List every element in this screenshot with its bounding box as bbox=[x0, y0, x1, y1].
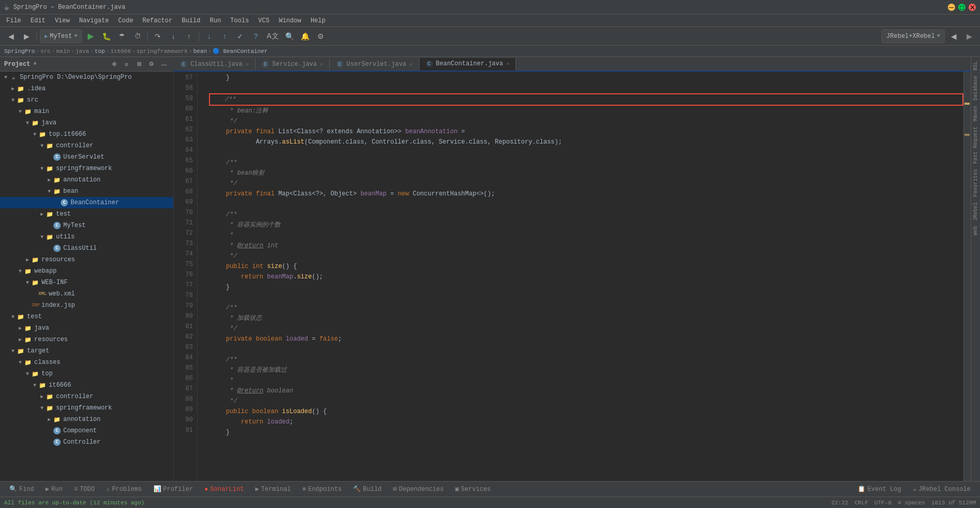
tree-item-controller[interactable]: CController bbox=[0, 436, 173, 448]
tab-close-service[interactable]: ✕ bbox=[320, 61, 323, 67]
tab-close-beancontainer[interactable]: ✕ bbox=[506, 61, 509, 67]
tab-close-classutil[interactable]: ✕ bbox=[246, 61, 249, 67]
tree-item-webapp[interactable]: ▼📁webapp bbox=[0, 265, 173, 277]
side-label-jrebel[interactable]: JRebel bbox=[972, 200, 979, 223]
status-line-ending[interactable]: CRLF bbox=[855, 500, 868, 506]
tab-classutil[interactable]: C ClassUtil.java ✕ bbox=[174, 58, 256, 70]
profile-button[interactable]: ⏱ bbox=[131, 30, 144, 43]
tab-endpoints[interactable]: ⊕Endpoints bbox=[297, 483, 347, 496]
tab-run[interactable]: ▶Run bbox=[40, 483, 68, 496]
run-config-selector[interactable]: ▶ MyTest ▼ bbox=[40, 30, 82, 43]
close-button[interactable]: ✕ bbox=[969, 4, 976, 11]
sidebar-expand[interactable]: ⊞ bbox=[134, 59, 144, 69]
jrebel-selector[interactable]: JRebel+XRebel ▼ bbox=[881, 30, 945, 43]
back-button[interactable]: ◀ bbox=[4, 30, 18, 43]
tab-jrebel-console[interactable]: ☕JRebel Console bbox=[907, 483, 976, 496]
sidebar-add[interactable]: ⊕ bbox=[109, 59, 119, 69]
side-label-database[interactable]: Database bbox=[972, 74, 979, 103]
notifications[interactable]: 🔔 bbox=[299, 30, 312, 43]
tree-item-mytest[interactable]: CMyTest bbox=[0, 220, 173, 231]
git-commit[interactable]: ✓ bbox=[233, 30, 247, 43]
tree-item-controller[interactable]: ▶📁controller bbox=[0, 391, 173, 402]
menu-build[interactable]: Build bbox=[177, 16, 204, 25]
tree-item-web-xml[interactable]: XMLweb.xml bbox=[0, 288, 173, 300]
menu-help[interactable]: Help bbox=[306, 16, 330, 25]
status-indent[interactable]: 4 spaces bbox=[898, 500, 925, 506]
help-button[interactable]: ? bbox=[249, 30, 262, 43]
status-encoding[interactable]: UTF-8 bbox=[874, 500, 891, 506]
tab-todo[interactable]: ≡TODO bbox=[69, 483, 100, 496]
breadcrumb-main[interactable]: main bbox=[56, 48, 69, 54]
tree-item-utils[interactable]: ▼📁utils bbox=[0, 231, 173, 243]
breadcrumb-it6666[interactable]: it6666 bbox=[110, 48, 131, 54]
sidebar-collapse[interactable]: ≡ bbox=[121, 59, 132, 69]
tree-item-beancontainer[interactable]: CBeanContainer bbox=[0, 197, 173, 208]
sidebar-close[interactable]: — bbox=[159, 59, 169, 69]
tree-item-component[interactable]: CComponent bbox=[0, 425, 173, 436]
tree-item-index-jsp[interactable]: JSPindex.jsp bbox=[0, 300, 173, 311]
breadcrumb-bean[interactable]: bean bbox=[193, 48, 207, 54]
tree-item-springpro[interactable]: ▼☕SpringPro D:\Develop\SpringPro bbox=[0, 72, 173, 83]
tab-sonarlint[interactable]: ●SonarLint bbox=[199, 483, 249, 496]
tree-item-target[interactable]: ▼📁target bbox=[0, 345, 173, 357]
tab-profiler[interactable]: 📊Profiler bbox=[148, 483, 199, 496]
tab-service[interactable]: C Service.java ✕ bbox=[256, 58, 330, 70]
tab-find[interactable]: 🔍Find bbox=[4, 483, 39, 496]
side-label-bsl[interactable]: BSL bbox=[972, 59, 979, 73]
tree-item-top[interactable]: ▼📁top bbox=[0, 368, 173, 379]
tree-item-it6666[interactable]: ▼📁it6666 bbox=[0, 379, 173, 391]
breadcrumb-java[interactable]: java bbox=[75, 48, 89, 54]
tree-item-java[interactable]: ▶📁java bbox=[0, 322, 173, 334]
jrebel-next[interactable]: ▶ bbox=[962, 30, 976, 43]
tree-item-test[interactable]: ▶📁test bbox=[0, 208, 173, 220]
tree-item-annotation[interactable]: ▶📁annotation bbox=[0, 414, 173, 425]
tab-event-log[interactable]: 📋Event Log bbox=[852, 483, 906, 496]
tab-terminal[interactable]: ▶Terminal bbox=[250, 483, 296, 496]
settings-button[interactable]: ⚙ bbox=[314, 30, 328, 43]
tree-item-top-it6666[interactable]: ▼📁top.it6666 bbox=[0, 129, 173, 140]
menu-edit[interactable]: Edit bbox=[26, 16, 50, 25]
tree-item-controller[interactable]: ▼📁controller bbox=[0, 140, 173, 151]
coverage-button[interactable]: ☂ bbox=[115, 30, 129, 43]
tree-item-web-inf[interactable]: ▼📁WEB-INF bbox=[0, 277, 173, 288]
code-content[interactable]: } /** * bean:注释 */ private final List<Cl… bbox=[205, 72, 963, 481]
minimize-button[interactable]: ─ bbox=[948, 4, 955, 11]
tree-item--idea[interactable]: ▶📁.idea bbox=[0, 83, 173, 94]
menu-navigate[interactable]: Navigate bbox=[75, 16, 113, 25]
tree-item-resources[interactable]: ▶📁resources bbox=[0, 254, 173, 265]
tab-close-userservlet[interactable]: ✕ bbox=[410, 61, 413, 67]
step-out[interactable]: ↑ bbox=[182, 30, 195, 43]
tree-item-classutil[interactable]: CClassUtil bbox=[0, 243, 173, 254]
side-label-maven[interactable]: Maven bbox=[972, 104, 979, 123]
git-update[interactable]: ↓ bbox=[202, 30, 216, 43]
menu-refactor[interactable]: Refactor bbox=[138, 16, 177, 25]
status-memory[interactable]: 1813 of 5120M bbox=[931, 500, 976, 506]
tree-item-main[interactable]: ▼📁main bbox=[0, 106, 173, 117]
menu-tools[interactable]: Tools bbox=[226, 16, 253, 25]
tree-item-bean[interactable]: ▼📁bean bbox=[0, 186, 173, 197]
jrebel-prev[interactable]: ◀ bbox=[947, 30, 960, 43]
code-editor[interactable]: 5758596061626364656667686970717273747576… bbox=[174, 72, 971, 481]
menu-vcs[interactable]: VCS bbox=[254, 16, 274, 25]
tree-item-springframework[interactable]: ▼📁springframework bbox=[0, 163, 173, 174]
tree-item-java[interactable]: ▼📁java bbox=[0, 117, 173, 129]
search-everywhere[interactable]: 🔍 bbox=[283, 30, 297, 43]
breadcrumb-top[interactable]: top bbox=[94, 48, 105, 54]
menu-code[interactable]: Code bbox=[114, 16, 137, 25]
translate-button[interactable]: A文 bbox=[264, 30, 281, 43]
step-into[interactable]: ↓ bbox=[166, 30, 180, 43]
tree-item-src[interactable]: ▼📁src bbox=[0, 94, 173, 106]
tab-problems[interactable]: ⚠Problems bbox=[101, 483, 147, 496]
run-button[interactable]: ▶ bbox=[84, 30, 97, 43]
breadcrumb-beancontainer[interactable]: 🔵 BeanContainer bbox=[213, 48, 268, 54]
tree-item-resources[interactable]: ▶📁resources bbox=[0, 334, 173, 345]
tab-dependencies[interactable]: ⊞Dependencies bbox=[388, 483, 449, 496]
tab-build[interactable]: 🔨Build bbox=[348, 483, 387, 496]
menu-view[interactable]: View bbox=[51, 16, 74, 25]
tab-userservlet[interactable]: C UserServlet.java ✕ bbox=[330, 58, 419, 70]
side-label-fastrequest[interactable]: Fast Request bbox=[972, 124, 979, 166]
step-over[interactable]: ↷ bbox=[151, 30, 164, 43]
forward-button[interactable]: ▶ bbox=[20, 30, 33, 43]
breadcrumb-src[interactable]: src bbox=[40, 48, 51, 54]
tree-item-springframework[interactable]: ▼📁springframework bbox=[0, 402, 173, 414]
